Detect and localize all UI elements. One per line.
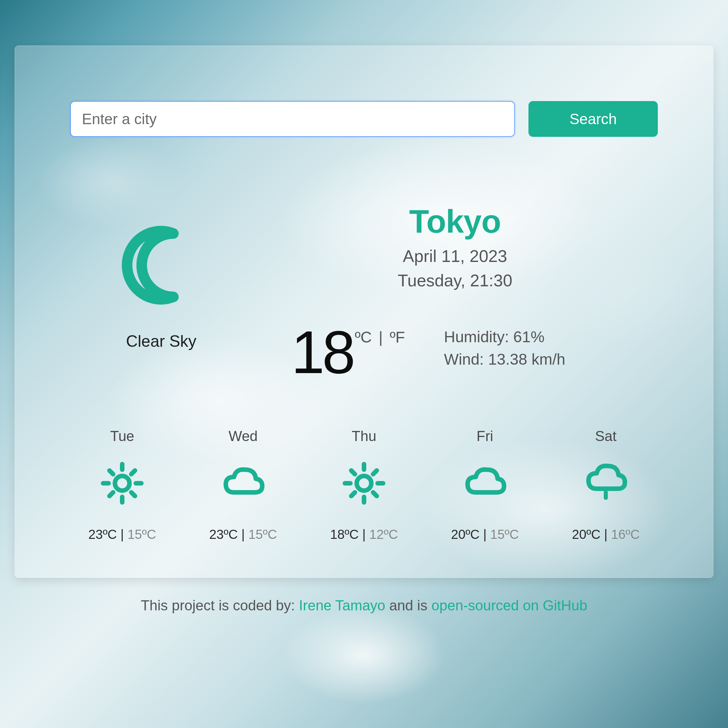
forecast-day-label: Wed [197,428,289,444]
weather-description: Clear Sky [70,332,252,351]
author-link[interactable]: Irene Tamayo [299,597,385,613]
forecast-item: Sat 20ºC | 16ºC [560,428,651,542]
footer-middle: and is [385,597,431,613]
svg-line-5 [110,471,113,474]
forecast-item: Fri 20ºC | 15ºC [439,428,531,542]
wind-line: Wind: 13.38 km/h [444,348,566,371]
current-icon-column: Clear Sky [70,205,252,351]
cloud-icon [462,460,508,506]
footer-prefix: This project is coded by: [141,597,299,613]
forecast-low: 15ºC [490,527,519,541]
svg-point-0 [115,476,130,491]
forecast-item: Wed 23ºC | 15ºC [197,428,289,542]
details-block: Humidity: 61% Wind: 13.38 km/h [444,326,566,371]
svg-line-6 [131,492,135,496]
temperature-row: 18 ºC | ºF Humidity: 61% Wind: 13.38 km/… [252,323,658,382]
sun-icon [341,460,387,506]
forecast-temps: 23ºC | 15ºC [77,527,168,542]
forecast-item: Tue 23ºC | 15ºC [77,428,168,542]
forecast-high: 20ºC [451,527,480,541]
forecast-temps: 18ºC | 12ºC [318,527,410,542]
svg-line-17 [373,471,377,474]
forecast-day-label: Fri [439,428,531,444]
forecast-item: Thu 18ºC | 12ºC [318,428,410,542]
footer-credits: This project is coded by: Irene Tamayo a… [0,597,728,613]
forecast-high: 23ºC [89,527,117,541]
svg-point-9 [357,476,372,491]
svg-line-7 [110,492,113,496]
svg-line-16 [351,492,355,496]
forecast-temps: 23ºC | 15ºC [197,527,289,542]
city-search-input[interactable] [70,101,515,137]
forecast-temps: 20ºC | 15ºC [439,527,531,542]
search-button[interactable]: Search [528,101,658,137]
forecast-low: 12ºC [369,527,398,541]
svg-line-14 [351,471,355,474]
current-info-column: Tokyo April 11, 2023 Tuesday, 21:30 18 º… [252,205,658,382]
forecast-high: 18ºC [330,527,359,541]
wind-value: 13.38 km/h [488,351,565,368]
forecast-low: 15ºC [127,527,156,541]
moon-icon [121,225,202,306]
svg-line-8 [131,471,135,474]
rain-icon [583,460,629,506]
forecast-day-label: Thu [318,428,410,444]
current-day-time: Tuesday, 21:30 [252,268,658,293]
temperature-units: ºC | ºF [355,328,405,346]
cloud-icon [220,460,266,506]
forecast-high: 23ºC [209,527,238,541]
forecast-low: 15ºC [248,527,277,541]
wind-label: Wind: [444,351,488,368]
forecast-high: 20ºC [572,527,601,541]
unit-separator: | [375,329,387,346]
temperature-block: 18 ºC | ºF [291,323,405,382]
humidity-line: Humidity: 61% [444,326,566,349]
github-link[interactable]: open-sourced on GitHub [431,597,587,613]
search-row: Search [70,101,658,137]
celsius-link[interactable]: ºC [355,329,372,346]
humidity-label: Humidity: [444,328,513,346]
forecast-day-label: Sat [560,428,651,444]
forecast-low: 16ºC [611,527,639,541]
current-date: April 11, 2023 [252,244,658,268]
forecast-temps: 20ºC | 16ºC [560,527,651,542]
current-weather: Clear Sky Tokyo April 11, 2023 Tuesday, … [70,205,658,382]
city-name: Tokyo [252,205,658,237]
sun-icon [99,460,145,506]
fahrenheit-link[interactable]: ºF [390,329,405,346]
forecast-day-label: Tue [77,428,168,444]
humidity-value: 61% [513,328,544,346]
forecast-row: Tue 23ºC | 15ºC Wed 23ºC | 15ºC Thu [70,428,658,542]
svg-line-15 [373,492,377,496]
temperature-value: 18 [291,323,353,382]
weather-card: Search Clear Sky Tokyo April 11, 2023 Tu… [15,46,713,578]
